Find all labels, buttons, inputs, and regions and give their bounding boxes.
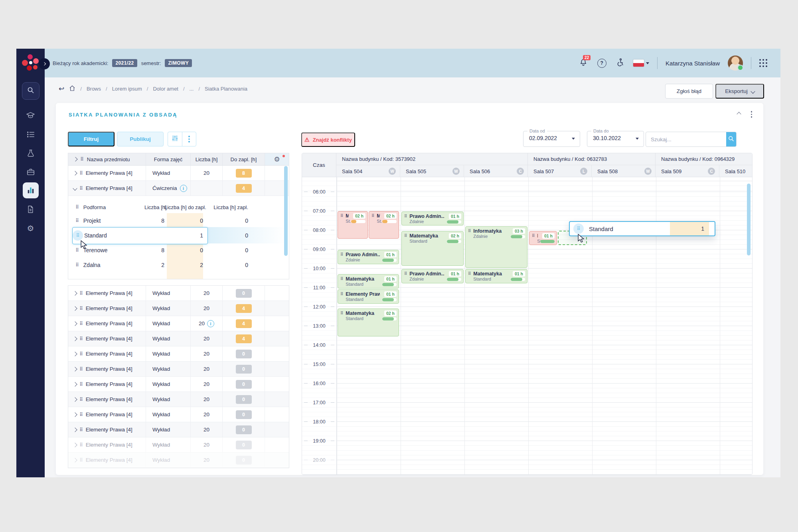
subform-row[interactable]: ⠿Standard10 [68,228,289,243]
chevron-right-icon[interactable] [73,321,77,326]
calendar-event[interactable]: ⠿Prawo Admin...Zdalnie01 h [401,269,464,283]
drag-handle-icon[interactable]: ⠿ [468,228,471,266]
drag-handle-icon[interactable]: ⠿ [79,382,83,387]
calendar-event[interactable]: ⠿Ma.St.02 h [338,211,368,239]
table-row[interactable]: ⠿Elementy Prawa [4]Wykład200 [68,453,289,468]
publish-button[interactable]: Publikuj [117,132,164,146]
table-row[interactable]: ⠿Elementy Prawa [4]Wykład200 [68,286,289,301]
chevron-right-icon[interactable] [73,412,77,417]
drag-handle-icon[interactable]: ⠿ [79,291,83,296]
chevron-right-icon[interactable] [73,397,77,401]
search-input[interactable] [646,132,726,146]
more-options-button[interactable] [182,132,196,146]
table-row[interactable]: ⠿Elementy Prawa [4]Wykład200 [68,407,289,422]
room-header[interactable]: Sala 507L [528,165,592,177]
sidebar-expand-button[interactable] [39,58,50,69]
chevron-right-icon[interactable] [73,352,77,356]
room-header[interactable]: Sala 505W [400,165,464,177]
drag-handle-icon[interactable]: ⠿ [371,213,374,237]
home-icon[interactable] [69,85,75,93]
help-button[interactable]: ? [597,58,607,68]
table-row[interactable]: ⠿Elementy Prawa [4]Ćwiczeniai4 [68,181,289,196]
info-icon[interactable]: i [180,185,187,192]
drag-handle-icon[interactable]: ⠿ [79,171,83,176]
table-row[interactable]: ⠿Elementy Prawa [4]Wykład208 [68,166,289,181]
drag-handle-icon[interactable]: ⠿ [79,321,83,326]
apps-grid-button[interactable] [759,59,768,67]
calendar-grid[interactable]: ⠿Ma.St.02 h⠿Ma.St.02 h⠿Prawo Admin...Zda… [337,177,752,475]
filter-button[interactable]: Filtruj [68,132,115,146]
sidebar-item-planning-active[interactable] [23,182,39,198]
calendar-event[interactable]: ⠿MatematykaStandard01 h [338,274,399,289]
chevron-right-icon[interactable] [73,382,77,386]
drag-handle-icon[interactable]: ⠿ [340,310,343,334]
back-arrow-icon[interactable]: ↩ [59,85,64,93]
header-settings-cell[interactable]: ⚙ [265,153,289,165]
chevron-right-icon[interactable] [73,306,77,310]
drag-handle-icon[interactable]: ⠿ [79,397,83,402]
chevron-right-icon[interactable] [73,443,77,447]
sidebar-search-button[interactable] [22,82,40,100]
subform-row[interactable]: ⠿Zdalna220 [68,257,289,272]
breadcrumb-item[interactable]: Dolor amet [153,86,178,92]
chevron-right-icon[interactable] [73,291,77,295]
calendar-event[interactable]: ⠿Ma.St.02 h [369,211,399,239]
date-to-picker[interactable]: Data do 30.10.2022 [587,131,644,147]
export-button[interactable]: Eksportuj [715,84,764,99]
drag-handle-icon[interactable]: ⠿ [340,276,343,287]
accessibility-button[interactable] [615,58,625,68]
dragged-subform-row[interactable]: ⠿Standard1 [569,221,715,236]
sidebar-item-courses[interactable] [22,106,40,125]
room-header[interactable]: Sala 506C [464,165,528,177]
calendar-event[interactable]: ⠿MatematykaStandard02 h [338,309,399,336]
column-settings-button[interactable] [168,132,182,146]
subform-row[interactable]: ⠿Projekt800 [68,213,289,228]
drag-handle-icon[interactable]: ⠿ [79,427,83,432]
calendar-event[interactable]: ⠿Elementy PrawaStandard01 h [338,289,399,304]
table-row[interactable]: ⠿Elementy Prawa [4]Wykład204 [68,331,289,346]
drag-handle-icon[interactable]: ⠿ [79,443,83,447]
language-selector[interactable] [633,58,649,68]
drag-handle-icon[interactable]: ⠿ [75,263,79,267]
info-icon[interactable]: i [207,320,214,327]
notifications-button[interactable]: 22 [578,58,589,68]
calendar-scrollbar[interactable] [747,184,751,255]
calendar-event[interactable]: ⠿MatematykaStandard01 h [465,269,527,283]
drag-handle-icon[interactable]: ⠿ [404,233,407,264]
sidebar-item-list[interactable] [22,125,40,144]
drag-handle-icon[interactable]: ⠿ [79,458,83,463]
drag-handle-icon[interactable]: ⠿ [75,248,79,253]
drag-handle-icon[interactable]: ⠿ [532,233,535,243]
chevron-right-icon[interactable] [73,458,77,462]
drag-handle-icon[interactable]: ⠿ [340,252,343,262]
breadcrumb-item[interactable]: Brows [87,86,101,92]
room-header[interactable]: Sala 508W [592,165,656,177]
breadcrumb-item[interactable]: ... [190,86,194,92]
drag-handle-icon[interactable]: ⠿ [79,352,83,356]
chevron-right-icon[interactable] [73,367,77,371]
calendar-event[interactable]: ⠿MatematykaStandard02 h [401,231,464,266]
date-from-picker[interactable]: Data od 02.09.2022 [523,131,580,147]
table-row[interactable]: ⠿Elementy Prawa [4]Wykład200 [68,392,289,407]
find-conflicts-button[interactable]: ⚠ Znajdź konflikty [301,133,355,147]
sidebar-item-documents[interactable] [22,200,40,219]
search-button[interactable] [726,132,736,146]
room-header[interactable]: Sala 509C [656,165,719,177]
table-row[interactable]: ⠿Elementy Prawa [4]Wykład200 [68,377,289,392]
table-row[interactable]: ⠿Elementy Prawa [4]Wykład200 [68,346,289,362]
sidebar-item-lab[interactable] [22,144,40,162]
table-row[interactable]: ⠿Elementy Prawa [4]Wykład200 [68,362,289,377]
drag-handle-icon[interactable]: ⠿ [76,233,80,238]
calendar-event[interactable]: ⠿Prawo Admin...Zdalnie01 h [338,250,399,264]
calendar-event[interactable]: ⠿Ma.St.01 h [529,231,557,245]
room-header[interactable]: Sala 510 [719,165,752,177]
drag-handle-icon[interactable]: ⠿ [468,271,471,281]
table-row[interactable]: ⠿Elementy Prawa [4]Wykład200 [68,422,289,437]
chevron-right-icon[interactable] [73,171,77,175]
table-row[interactable]: ⠿Elementy Prawa [4]Wykład204 [68,301,289,316]
report-bug-button[interactable]: Zgłoś błąd [665,84,713,99]
sidebar-item-briefcase[interactable] [22,162,40,181]
card-menu-button[interactable] [751,111,753,118]
room-header[interactable]: Sala 504W [336,165,400,177]
drag-handle-icon[interactable]: ⠿ [340,291,343,302]
